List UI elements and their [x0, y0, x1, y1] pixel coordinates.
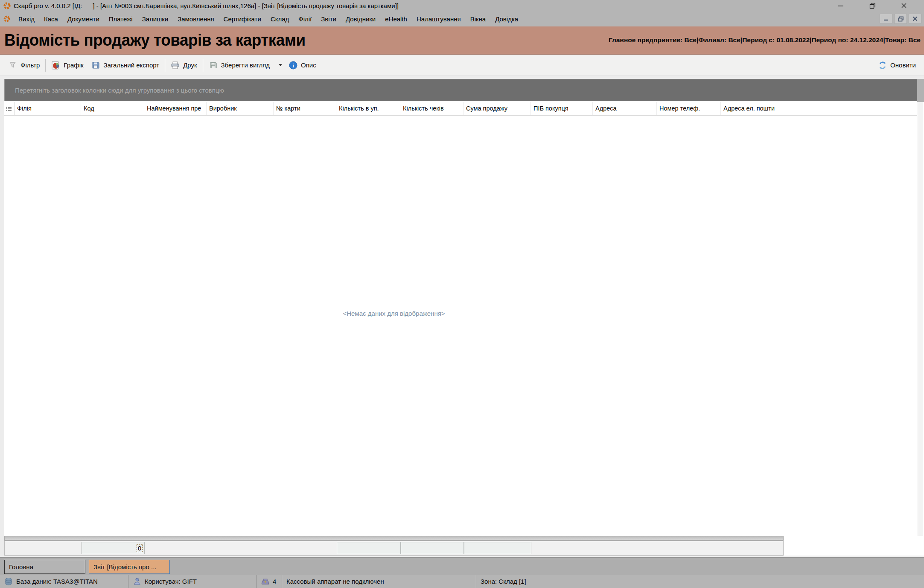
- funnel-icon: [8, 61, 17, 70]
- save-view-button[interactable]: Зберегти вигляд: [205, 58, 274, 73]
- window-close-button[interactable]: [888, 0, 920, 11]
- status-bar: База даних: TASA3@TITAN Користувач: GIFT…: [0, 575, 924, 588]
- menu-item-філії[interactable]: Філії: [294, 13, 316, 25]
- refresh-icon: [878, 61, 887, 70]
- footer-cell-8[interactable]: [464, 542, 531, 554]
- printer-icon: [171, 61, 180, 70]
- client-top-edge: [0, 76, 924, 79]
- bottom-tab-bar: ГоловнаЗвіт [Відомість про ...: [0, 557, 924, 575]
- window-title: Скарб pro v. 4.0.0.2 [ІД: ] - [Апт №003 …: [14, 2, 399, 9]
- column-header-4[interactable]: Виробник: [207, 102, 274, 115]
- menu-item-сертифікати[interactable]: Сертифікати: [219, 13, 266, 25]
- export-button[interactable]: Загальний експорт: [87, 58, 163, 73]
- svg-text:i: i: [292, 62, 294, 68]
- database-icon: [4, 577, 13, 586]
- menu-item-вихід[interactable]: Вихід: [14, 13, 39, 25]
- child-close-icon[interactable]: [909, 14, 921, 24]
- group-by-drop-zone[interactable]: Перетягніть заголовок колонки сюди для у…: [4, 79, 917, 101]
- save-view-button-label: Зберегти вигляд: [221, 61, 270, 69]
- menu-item-залишки[interactable]: Залишки: [137, 13, 173, 25]
- status-counter-value: 4: [273, 578, 276, 585]
- footer-cell-9: [531, 541, 593, 555]
- column-header-8[interactable]: Сума продажу: [463, 102, 531, 115]
- app-menu-icon[interactable]: [3, 15, 11, 23]
- vertical-scrollbar[interactable]: [918, 102, 923, 536]
- column-header-12[interactable]: Адреса ел. пошти: [721, 102, 783, 115]
- status-cash-register-label: Кассовый аппарат не подключен: [286, 578, 384, 585]
- menu-item-каса[interactable]: Каса: [39, 13, 63, 25]
- menu-item-ehealth[interactable]: eHealth: [380, 13, 412, 25]
- row-indicator-header[interactable]: [4, 102, 15, 115]
- footer-cell-12: [721, 541, 784, 555]
- column-header-3[interactable]: Найменування пре: [144, 102, 207, 115]
- description-button[interactable]: i Опис: [285, 58, 320, 73]
- menu-item-документи[interactable]: Документи: [63, 13, 104, 25]
- report-filter-summary: Главное предприятие: Все|Филиал: Все|Пер…: [609, 36, 921, 44]
- horizontal-scrollbar[interactable]: [4, 536, 784, 541]
- menu-item-платежі[interactable]: Платежі: [104, 13, 137, 25]
- client-left-edge: [0, 76, 4, 557]
- footer-cell-2[interactable]: 0: [82, 542, 145, 554]
- window-controls: [825, 0, 920, 11]
- title-bar: Скарб pro v. 4.0.0.2 [ІД: ] - [Апт №003 …: [0, 0, 924, 11]
- child-restore-icon[interactable]: [894, 14, 907, 24]
- footer-cell-1: [15, 541, 82, 555]
- refresh-button[interactable]: Оновити: [874, 58, 920, 73]
- toolbar-separator: [165, 59, 165, 72]
- grid-header-row: ФіліяКодНайменування преВиробник№ картиК…: [4, 102, 917, 116]
- grid-footer-row: 0: [4, 541, 784, 556]
- filter-button[interactable]: Фільтр: [4, 58, 44, 73]
- save-view-icon: [209, 61, 218, 70]
- menu-item-довідники[interactable]: Довідники: [341, 13, 380, 25]
- column-header-5[interactable]: № карти: [274, 102, 336, 115]
- status-zone-section: Зона: Склад [1]: [476, 575, 924, 588]
- column-header-11[interactable]: Номер телеф.: [657, 102, 721, 115]
- toolbar: Фільтр Графік Загальний експорт Друк Збе…: [0, 55, 924, 76]
- grid-indicator-icon: [6, 106, 12, 111]
- window-restore-button[interactable]: [857, 0, 888, 11]
- client-corner: [917, 79, 924, 102]
- column-header-2[interactable]: Код: [81, 102, 144, 115]
- grid-body[interactable]: <Немає даних для відображення>: [4, 116, 917, 536]
- column-header-9[interactable]: ПІБ покупця: [531, 102, 593, 115]
- print-button[interactable]: Друк: [167, 58, 201, 73]
- footer-cell-4: [207, 541, 274, 555]
- column-header-7[interactable]: Кількість чеків: [400, 102, 463, 115]
- footer-cell-10: [593, 541, 657, 555]
- child-minimize-icon[interactable]: [880, 14, 892, 24]
- refresh-button-label: Оновити: [890, 61, 916, 69]
- footer-cell-7[interactable]: [401, 542, 464, 554]
- column-header-6[interactable]: Кількість в уп.: [336, 102, 400, 115]
- print-button-label: Друк: [183, 61, 197, 69]
- chart-button-label: Графік: [64, 61, 83, 69]
- menu-item-довідка[interactable]: Довідка: [490, 13, 523, 25]
- menu-item-звіти[interactable]: Звіти: [316, 13, 341, 25]
- app-logo-icon: [3, 2, 11, 9]
- child-window-controls: [880, 14, 921, 24]
- group-by-hint: Перетягніть заголовок колонки сюди для у…: [15, 87, 224, 94]
- menu-item-склад[interactable]: Склад: [266, 13, 294, 25]
- user-icon: [133, 577, 141, 586]
- window-minimize-button[interactable]: [825, 0, 857, 11]
- status-database-label: База даних: TASA3@TITAN: [16, 578, 98, 585]
- menu-item-вікна[interactable]: Вікна: [466, 13, 491, 25]
- menu-items: ВихідКасаДокументиПлатежіЗалишкиЗамовлен…: [14, 13, 523, 25]
- column-header-10[interactable]: Адреса: [593, 102, 657, 115]
- menu-item-замовлення[interactable]: Замовлення: [173, 13, 219, 25]
- export-button-label: Загальний експорт: [104, 61, 160, 69]
- report-header: Відомість продажу товарів за картками Гл…: [0, 26, 924, 55]
- column-header-1[interactable]: Філія: [15, 102, 81, 115]
- menu-bar: ВихідКасаДокументиПлатежіЗалишкиЗамовлен…: [0, 11, 924, 26]
- empty-data-message: <Немає даних для відображення>: [4, 310, 784, 317]
- save-view-dropdown-icon[interactable]: [279, 64, 282, 66]
- chart-button[interactable]: Графік: [47, 58, 87, 73]
- bottom-tabs: ГоловнаЗвіт [Відомість про ...: [4, 558, 173, 574]
- footer-indicator-cell: [5, 541, 15, 555]
- tab-report[interactable]: Звіт [Відомість про ...: [89, 560, 170, 574]
- page-title: Відомість продажу товарів за картками: [4, 31, 306, 49]
- menu-item-налаштування[interactable]: Налаштування: [412, 13, 466, 25]
- footer-cell-11: [657, 541, 721, 555]
- footer-cell-6[interactable]: [337, 542, 401, 554]
- tab-home[interactable]: Головна: [4, 560, 85, 574]
- description-button-label: Опис: [301, 61, 316, 69]
